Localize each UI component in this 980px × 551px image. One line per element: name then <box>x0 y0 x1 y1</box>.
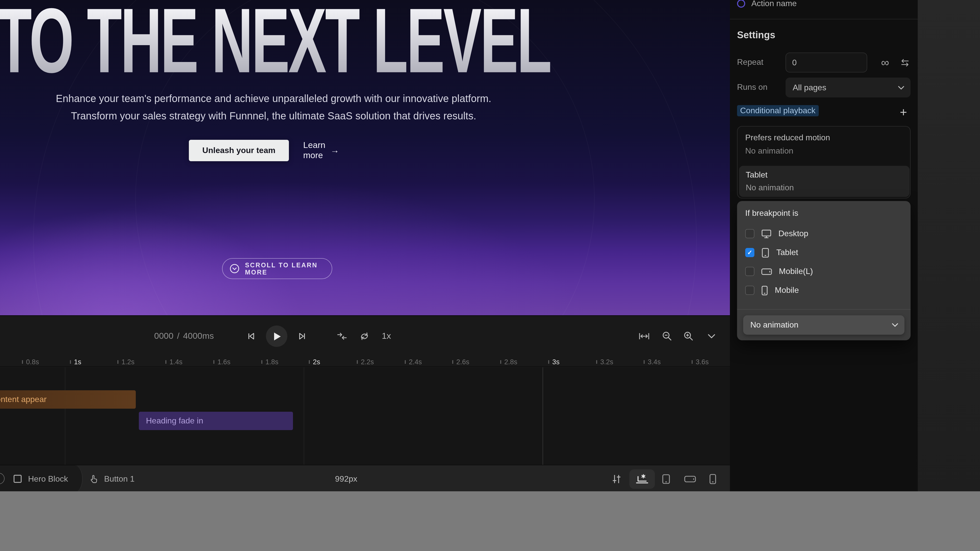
loop-icon[interactable] <box>360 331 369 341</box>
mobile-icon <box>761 285 768 295</box>
scroll-pill-label: SCROLL TO LEARN MORE <box>245 262 325 276</box>
checkbox-unchecked[interactable] <box>745 229 754 238</box>
learn-more-link[interactable]: Learn more → <box>303 140 339 161</box>
tablet-icon <box>761 247 770 258</box>
time-current: 0000 <box>154 331 173 341</box>
breadcrumb-button-1[interactable]: Button 1 <box>90 465 135 491</box>
checkbox-unchecked[interactable] <box>745 286 754 295</box>
breakpoint-popup: If breakpoint is Desktop Tablet <box>737 201 911 340</box>
scroll-to-learn-more-pill[interactable]: SCROLL TO LEARN MORE <box>222 258 332 279</box>
fit-timeline-icon[interactable] <box>638 332 650 341</box>
breakpoint-option-label: Mobile(L) <box>779 267 813 276</box>
unleash-your-team-button[interactable]: Unleash your team <box>189 140 289 161</box>
app-window: TO THE NEXT LEVEL Enhance your team's pe… <box>0 0 980 491</box>
ruler-tick: 2.8s <box>504 358 517 366</box>
time-divider: / <box>177 331 180 341</box>
add-condition-button[interactable]: + <box>896 105 911 119</box>
desktop-backdrop <box>0 491 980 551</box>
hero-subtitle-line2: Transform your sales strategy with Funnn… <box>0 107 554 124</box>
breakpoint-option-mobile-l[interactable]: Mobile(L) <box>745 265 813 278</box>
collapse-timeline-chevron-icon[interactable] <box>708 333 716 339</box>
animation-select[interactable]: No animation <box>743 315 904 335</box>
timeline-tracks-area[interactable]: Content appear Heading fade in <box>0 367 730 465</box>
condition-subtitle: No animation <box>746 183 903 192</box>
divider <box>737 309 911 310</box>
status-bar: Hero Block Button 1 992px <box>0 465 730 491</box>
chevron-down-icon <box>892 323 898 327</box>
arrow-right-icon: → <box>331 145 339 156</box>
repeat-label: Repeat <box>737 58 763 67</box>
zoom-in-icon[interactable] <box>684 331 694 341</box>
mobile-landscape-icon <box>761 268 772 275</box>
condition-title: Prefers reduced motion <box>745 133 902 142</box>
square-block-icon <box>13 475 22 483</box>
breakpoint-option-label: Mobile <box>775 286 799 295</box>
play-button[interactable] <box>266 326 287 347</box>
animation-select-value: No animation <box>750 321 799 330</box>
infinity-repeat-button[interactable]: ∞ <box>877 52 893 73</box>
track-bar-content-appear[interactable]: Content appear <box>0 390 136 409</box>
ruler-tick: 1.2s <box>121 358 135 366</box>
hand-pointer-icon <box>90 474 98 483</box>
breakpoint-popup-title: If breakpoint is <box>745 209 798 218</box>
gridline-3s <box>542 367 543 465</box>
tablet-breakpoint-icon[interactable] <box>662 465 671 491</box>
skip-to-start-button[interactable] <box>247 332 256 341</box>
mobile-landscape-breakpoint-icon[interactable] <box>684 465 696 491</box>
ruler-tick: 2.6s <box>456 358 469 366</box>
track-bar-heading-fade-in[interactable]: Heading fade in <box>139 412 293 430</box>
breadcrumb-hero-block[interactable]: Hero Block <box>13 465 68 491</box>
checkbox-checked[interactable] <box>745 248 754 257</box>
desktop-icon <box>761 229 772 238</box>
ruler-tick: 2s <box>313 358 320 366</box>
swap-arrows-icon[interactable] <box>897 52 913 73</box>
ruler-tick: 3.4s <box>648 358 661 366</box>
condition-subtitle: No animation <box>745 146 902 156</box>
checkbox-unchecked[interactable] <box>745 267 754 276</box>
ruler-tick: 3.2s <box>600 358 613 366</box>
breakpoint-option-mobile[interactable]: Mobile <box>745 284 799 297</box>
circle-chevron-down-icon <box>230 264 239 273</box>
repeat-input[interactable] <box>786 52 867 73</box>
chevron-down-icon <box>898 86 904 89</box>
hero-heading: TO THE NEXT LEVEL <box>0 0 550 94</box>
ruler-tick: 0.8s <box>26 358 39 366</box>
ruler-tick: 2.4s <box>409 358 422 366</box>
adjust-breakpoint-icon[interactable] <box>611 465 622 491</box>
breakpoint-option-tablet[interactable]: Tablet <box>745 246 798 259</box>
action-name-row[interactable]: Action name <box>737 0 797 13</box>
viewport-width-label: 992px <box>335 465 357 491</box>
hero-subtitle: Enhance your team's performance and achi… <box>0 90 554 124</box>
conditional-playback-label[interactable]: Conditional playback <box>737 105 818 116</box>
breakpoint-option-label: Tablet <box>776 248 798 257</box>
settings-sidebar: Action name Settings Repeat ∞ Runs on Al… <box>730 0 918 491</box>
snap-playhead-icon[interactable] <box>337 332 347 341</box>
design-canvas[interactable]: TO THE NEXT LEVEL Enhance your team's pe… <box>0 0 730 315</box>
timeline-ruler[interactable]: 0.8s 1s 1.2s 1.4s 1.6s 1.8s 2s 2.2s 2.4s… <box>0 357 730 367</box>
runs-on-select[interactable]: All pages <box>786 78 911 97</box>
custom-breakpoint-button[interactable] <box>629 469 655 489</box>
ruler-tick: 2.2s <box>361 358 374 366</box>
action-ring-icon <box>737 0 745 8</box>
runs-on-value: All pages <box>793 83 826 92</box>
breadcrumb-element-label: Button 1 <box>104 474 135 483</box>
gridline-2s <box>304 367 304 465</box>
settings-title: Settings <box>737 30 775 41</box>
mobile-breakpoint-icon[interactable] <box>709 465 717 491</box>
conditions-list: Prefers reduced motion No animation Tabl… <box>737 126 911 198</box>
ruler-tick: 3.6s <box>696 358 709 366</box>
hero-subtitle-line1: Enhance your team's performance and achi… <box>0 90 554 107</box>
ruler-tick: 1s <box>74 358 81 366</box>
condition-prefers-reduced-motion[interactable]: Prefers reduced motion No animation <box>738 127 910 162</box>
skip-to-end-button[interactable] <box>298 332 307 341</box>
breakpoint-option-desktop[interactable]: Desktop <box>745 227 808 240</box>
ruler-tick: 1.6s <box>218 358 231 366</box>
zoom-out-icon[interactable] <box>662 331 672 341</box>
ruler-tick: 1.8s <box>266 358 278 366</box>
speed-label: 1x <box>382 331 391 341</box>
playback-speed-button[interactable]: 1x <box>382 331 391 341</box>
condition-tablet-selected[interactable]: Tablet No animation <box>739 166 910 197</box>
time-total: 4000ms <box>183 331 214 341</box>
condition-title: Tablet <box>746 170 903 179</box>
track-bar-label: Content appear <box>0 395 47 404</box>
